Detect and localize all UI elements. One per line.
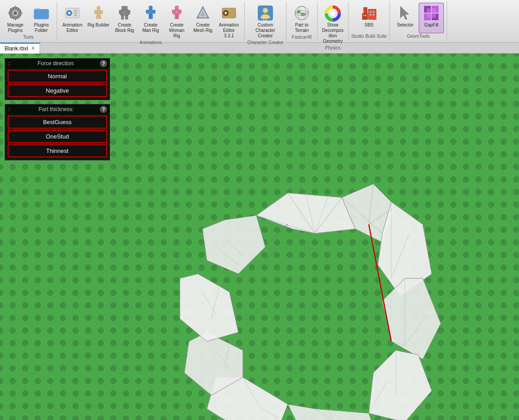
svg-point-60 [331, 11, 336, 16]
svg-rect-34 [146, 10, 148, 13]
create-man-rig-icon [143, 5, 159, 21]
create-block-rig-button[interactable]: Create Block Rig [112, 3, 137, 35]
part-thickness-title: Part thickness: [38, 106, 74, 112]
animation-editor-icon [64, 5, 81, 21]
force-direction-title: Force direction: [37, 60, 75, 67]
svg-rect-28 [119, 10, 121, 14]
toolbar-group-sbs: SBS Studio Build Suite [349, 2, 390, 40]
toolbar-group-physics: Show Decomposition Geometry Physics [318, 2, 349, 40]
svg-rect-67 [372, 11, 374, 13]
svg-rect-39 [172, 10, 174, 13]
tab-close-button[interactable]: ✕ [31, 46, 35, 51]
force-direction-grip: :: [8, 60, 11, 67]
svg-point-32 [149, 6, 152, 9]
rig-builder-icon [90, 5, 107, 21]
toolbar-group-tools: Manage Plugins Plugins Folder Tools [0, 2, 57, 40]
svg-rect-35 [153, 10, 155, 13]
toolbar-group-char-creator: CC Custom Character Creator Character Cr… [245, 2, 286, 40]
svg-rect-30 [121, 15, 124, 19]
svg-rect-69 [372, 14, 374, 16]
toolbar-char-items: CC Custom Character Creator [253, 3, 278, 40]
svg-rect-3 [15, 6, 16, 8]
one-stud-button[interactable]: OneStud [8, 130, 107, 143]
svg-point-52 [263, 8, 268, 13]
toolbar-animations-label: Animations [139, 40, 161, 46]
create-woman-rig-button[interactable]: Create Woman Rig [164, 3, 189, 40]
selector-icon [397, 5, 413, 21]
svg-rect-31 [125, 15, 128, 19]
plugins-folder-button[interactable]: Plugins Folder [29, 3, 54, 35]
force-direction-header: :: Force direction: ? [5, 58, 110, 68]
svg-rect-12 [34, 10, 49, 19]
create-woman-rig-icon [169, 5, 185, 21]
tab-blank-rbxl[interactable]: Blank.rbxl ✕ [0, 43, 40, 54]
force-direction-help[interactable]: ? [100, 60, 107, 67]
negative-button[interactable]: Negative [8, 84, 107, 97]
animation-editor-button[interactable]: Animation Editor [60, 3, 85, 35]
part-thickness-panel: :: Part thickness: ? BestGuess OneStud T… [4, 104, 110, 161]
svg-marker-70 [401, 7, 409, 19]
part-thickness-help[interactable]: ? [100, 106, 107, 113]
svg-point-2 [14, 12, 17, 15]
manage-plugins-icon [7, 5, 23, 21]
svg-rect-63 [363, 8, 367, 13]
svg-rect-37 [151, 14, 153, 19]
normal-button[interactable]: Normal [8, 70, 107, 83]
part-thickness-grip: :: [8, 106, 11, 112]
custom-char-creator-button[interactable]: CC Custom Character Creator [253, 3, 278, 40]
svg-rect-68 [369, 14, 371, 16]
toolbar: Manage Plugins Plugins Folder Tools [0, 0, 519, 43]
toolbar-geomtools-label: GeomTools [407, 34, 430, 40]
rig-builder-button[interactable]: Rig Builder [86, 3, 111, 33]
custom-char-creator-icon: CC [257, 5, 273, 21]
toolbar-physics-label: Physics [325, 45, 340, 51]
toolbar-fastcar-items: Part to Terrain [289, 3, 314, 35]
svg-rect-42 [177, 14, 179, 19]
toolbar-group-geomtools: Selector GapFill GeomTools [390, 2, 447, 40]
toolbar-tools-items: Manage Plugins Plugins Folder [3, 3, 54, 35]
svg-rect-61 [362, 13, 367, 19]
tab-label: Blank.rbxl [4, 45, 28, 52]
svg-text:CC: CC [263, 18, 268, 22]
create-man-rig-button[interactable]: Create Man Rig [138, 3, 163, 35]
svg-rect-64 [363, 15, 364, 16]
thinnest-button[interactable]: Thinnest [8, 144, 107, 157]
show-decomp-button[interactable]: Show Decomposition Geometry [320, 3, 345, 45]
canvas-area: :: Force direction: ? Normal Negative ::… [0, 54, 519, 420]
svg-rect-29 [128, 10, 130, 14]
animation-editor-33-button[interactable]: Animation Editor 3.3.1 [216, 3, 242, 40]
best-guess-button[interactable]: BestGuess [8, 116, 107, 129]
side-panel: :: Force direction: ? Normal Negative ::… [4, 58, 110, 161]
toolbar-sbs-items: SBS [357, 3, 382, 34]
create-mesh-rig-button[interactable]: Create Mesh Rig [190, 3, 215, 35]
toolbar-animations-items: Animation Editor Rig Builder [60, 3, 242, 40]
gapfill-button[interactable]: GapFill [419, 3, 444, 33]
sbs-button[interactable]: SBS [357, 3, 382, 33]
svg-rect-6 [20, 13, 22, 14]
svg-rect-21 [97, 10, 100, 15]
svg-rect-16 [74, 10, 77, 11]
create-mesh-rig-icon [195, 5, 211, 21]
svg-rect-36 [149, 14, 151, 19]
svg-rect-23 [100, 10, 103, 14]
svg-rect-19 [74, 15, 77, 16]
manage-plugins-button[interactable]: Manage Plugins [3, 3, 28, 35]
force-direction-panel: :: Force direction: ? Normal Negative [4, 58, 110, 100]
svg-rect-26 [122, 6, 127, 10]
gapfill-icon [423, 5, 439, 21]
toolbar-physics-items: Show Decomposition Geometry [320, 3, 345, 45]
svg-rect-4 [15, 18, 16, 20]
toolbar-char-label: Character Creator [247, 40, 283, 46]
animation-editor-33-icon [221, 5, 237, 21]
toolbar-geomtools-items: Selector GapFill [393, 3, 444, 34]
svg-rect-18 [74, 13, 77, 14]
svg-rect-66 [369, 11, 371, 13]
svg-rect-65 [365, 15, 366, 16]
selector-button[interactable]: Selector [393, 3, 418, 33]
toolbar-fastcar-label: Fastcar48 [292, 35, 312, 40]
svg-rect-25 [99, 15, 101, 19]
part-to-terrain-button[interactable]: Part to Terrain [289, 3, 314, 35]
svg-point-58 [297, 10, 301, 13]
sbs-icon [361, 5, 377, 21]
svg-rect-41 [175, 14, 177, 19]
